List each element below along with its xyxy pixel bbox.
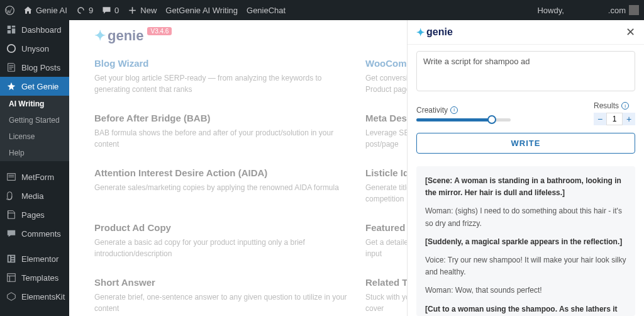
- sidebar-item-elementskit[interactable]: ElementsKit: [0, 287, 69, 306]
- wp-logo[interactable]: [5, 6, 14, 15]
- output-area: [Scene: A woman is standing in a bathroo…: [416, 166, 635, 316]
- sidebar-item-media[interactable]: Media: [0, 186, 69, 205]
- getgenie-link[interactable]: GetGenie AI Writing: [165, 6, 238, 15]
- template-card[interactable]: Short AnswerGenerate brief, one-sentence…: [94, 274, 348, 316]
- output-line: [Scene: A woman is standing in a bathroo…: [425, 175, 626, 199]
- sidebar-sub-getting-started[interactable]: Getting Started: [0, 112, 69, 128]
- sidebar-sub-license[interactable]: License: [0, 128, 69, 145]
- output-line: [Cut to a woman using the shampoo. As sh…: [425, 303, 626, 317]
- svg-rect-6: [11, 258, 14, 259]
- svg-rect-7: [11, 261, 14, 262]
- close-button[interactable]: ✕: [626, 25, 635, 39]
- template-card[interactable]: Before After Bridge (BAB)BAB formula sho…: [94, 110, 348, 152]
- new-link[interactable]: New: [128, 6, 157, 15]
- sidebar-item-templates[interactable]: Templates: [0, 268, 69, 287]
- template-card[interactable]: Blog WizardGet your blog article SERP-re…: [94, 55, 348, 98]
- results-input[interactable]: [606, 113, 623, 125]
- sidebar-item-dashboard[interactable]: Dashboard: [0, 20, 69, 39]
- creativity-control: Creativityi: [416, 106, 511, 121]
- howdy-link[interactable]: Howdy, .com: [537, 5, 639, 15]
- output-line: [Suddenly, a magical sparkle appears in …: [425, 236, 626, 248]
- svg-point-1: [8, 45, 15, 52]
- admin-bar: Genie AI 9 0 New GetGenie AI Writing Gen…: [0, 0, 644, 20]
- sidebar-item-comments[interactable]: Comments: [0, 224, 69, 243]
- results-control: Resultsi − +: [594, 101, 635, 125]
- stepper-plus[interactable]: +: [623, 113, 635, 125]
- sidebar-item-metform[interactable]: MetForm: [0, 167, 69, 186]
- output-line: Woman: Wow, that sounds perfect!: [425, 285, 626, 296]
- write-button[interactable]: WRITE: [416, 133, 635, 154]
- sidebar-sub-help[interactable]: Help: [0, 145, 69, 161]
- info-icon[interactable]: i: [621, 102, 629, 110]
- template-card[interactable]: Attention Interest Desire Action (AIDA)G…: [94, 165, 348, 207]
- svg-rect-4: [9, 256, 11, 262]
- sidebar-sub-ai-writing[interactable]: AI Writing: [0, 96, 69, 112]
- output-line: Voice: Try our new shampoo! It will make…: [425, 254, 626, 278]
- svg-rect-8: [8, 274, 15, 281]
- stepper-minus[interactable]: −: [594, 113, 606, 125]
- template-card[interactable]: Product Ad CopyGenerate a basic ad copy …: [94, 220, 348, 262]
- updates-link[interactable]: 9: [76, 6, 93, 15]
- sidebar-item-elementor[interactable]: Elementor: [0, 249, 69, 268]
- prompt-input[interactable]: Write a script for shampoo ad: [416, 51, 635, 91]
- geniechat-link[interactable]: GenieChat: [247, 6, 286, 15]
- site-link[interactable]: Genie AI: [23, 6, 67, 15]
- sidebar-item-appearance[interactable]: Appearance: [0, 312, 69, 316]
- comments-link[interactable]: 0: [102, 6, 119, 15]
- output-line: Woman: (sighs) I need to do something ab…: [425, 205, 626, 229]
- info-icon[interactable]: i: [450, 106, 458, 114]
- genie-side-panel: ✦genie ✕ Write a script for shampoo ad C…: [407, 20, 644, 316]
- sidebar-item-unyson[interactable]: Unyson: [0, 39, 69, 58]
- version-badge: V3.4.6: [147, 27, 172, 35]
- sidebar-item-get-genie[interactable]: Get Genie: [0, 77, 69, 96]
- creativity-slider[interactable]: [416, 118, 511, 121]
- sidebar-item-pages[interactable]: Pages: [0, 205, 69, 224]
- sidebar-item-blog-posts[interactable]: Blog Posts: [0, 58, 69, 77]
- avatar: [629, 5, 639, 15]
- genie-logo: ✦genie: [94, 28, 143, 44]
- svg-rect-5: [11, 256, 14, 257]
- admin-sidebar: DashboardUnysonBlog PostsGet GenieAI Wri…: [0, 20, 69, 316]
- panel-logo: ✦genie: [416, 26, 453, 38]
